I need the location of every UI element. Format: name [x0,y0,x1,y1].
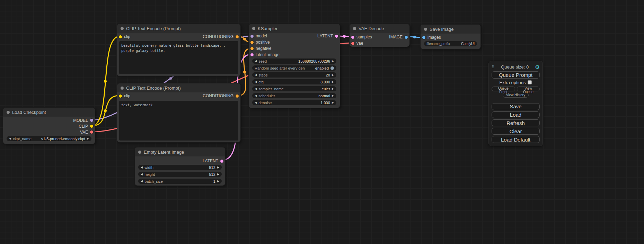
widget-filename-prefix[interactable]: filename_prefix ComfyUI [424,41,477,46]
input-port-images[interactable] [422,36,425,39]
increment-arrow-icon[interactable]: ▶ [217,166,219,169]
input-port-positive[interactable] [250,41,254,44]
node-vae-decode[interactable]: VAE Decode samples IMAGE vae [349,24,410,47]
load-button[interactable]: Load [492,111,540,118]
widget-scheduler[interactable]: ◀ scheduler normal ▶ [252,93,336,98]
input-port-model[interactable] [250,35,254,38]
node-clip-text-encode-positive[interactable]: CLIP Text Encode (Prompt) clip CONDITION… [117,24,241,76]
queue-prompt-button[interactable]: Queue Prompt [492,71,540,79]
prompt-text-area[interactable]: beautiful scenery nature glass bottle la… [119,41,238,74]
node-title-bar[interactable]: CLIP Text Encode (Prompt) [117,24,240,33]
node-clip-text-encode-negative[interactable]: CLIP Text Encode (Prompt) clip CONDITION… [117,83,241,143]
toggle-knob-icon[interactable] [330,66,334,70]
widget-height[interactable]: ◀ height 512 ▶ [138,172,222,177]
queue-front-button[interactable]: Queue Front [492,87,515,91]
widget-ckpt-name[interactable]: ◀ ckpt_name v1-5-pruned-emaonly.ckpt ▶ [7,136,91,141]
node-title-bar[interactable]: Save Image [421,25,480,34]
decrement-arrow-icon[interactable]: ◀ [141,173,143,176]
widget-name: filename_prefix [426,42,450,46]
widget-denoise[interactable]: ◀ denoise 1.000 ▶ [252,100,336,105]
refresh-button[interactable]: Refresh [492,119,540,126]
increment-arrow-icon[interactable]: ▶ [332,101,334,104]
node-title-bar[interactable]: KSampler [249,24,340,33]
input-port-vae[interactable] [351,42,354,45]
node-title-bar[interactable]: CLIP Text Encode (Prompt) [117,83,240,92]
load-default-button[interactable]: Load Default [492,136,540,143]
output-port-conditioning[interactable] [236,94,239,98]
widget-seed[interactable]: ◀ seed 156680208700286 ▶ [252,58,336,64]
decrement-arrow-icon[interactable]: ◀ [141,180,143,183]
input-port-clip[interactable] [119,94,122,98]
wire-midpoint-dot [243,38,246,40]
decrement-arrow-icon[interactable]: ◀ [9,137,11,140]
view-history-button[interactable]: View History [503,93,529,98]
output-label-clip: CLIP [79,124,88,129]
clear-button[interactable]: Clear [492,128,540,135]
decrement-arrow-icon[interactable]: ◀ [255,60,257,63]
widget-random-seed-toggle[interactable]: Random seed after every gen enabled [252,65,336,71]
output-port-model[interactable] [90,119,93,122]
increment-arrow-icon[interactable]: ▶ [332,94,334,97]
widget-name: ckpt_name [13,137,32,141]
collapse-dot-icon[interactable] [252,27,255,30]
node-canvas[interactable]: Load Checkpoint MODEL CLIP VAE [0,0,644,244]
node-title-bar[interactable]: Load Checkpoint [3,108,95,117]
node-title-bar[interactable]: Empty Latent Image [135,147,225,156]
widget-value: ComfyUI [461,42,475,46]
output-port-clip[interactable] [90,125,93,128]
collapse-dot-icon[interactable] [121,87,124,90]
node-save-image[interactable]: Save Image images filename_prefix ComfyU… [420,24,481,49]
input-port-clip[interactable] [119,35,122,38]
increment-arrow-icon[interactable]: ▶ [332,87,334,90]
view-queue-button[interactable]: View Queue [517,87,540,91]
collapse-dot-icon[interactable] [121,27,124,30]
collapse-dot-icon[interactable] [7,111,10,114]
collapse-dot-icon[interactable] [138,151,141,154]
increment-arrow-icon[interactable]: ▶ [332,80,334,83]
widget-name: steps [258,73,267,77]
widget-value: 156680208700286 [298,59,330,63]
node-title-bar[interactable]: VAE Decode [350,24,409,33]
extra-options-checkbox[interactable] [528,80,532,84]
increment-arrow-icon[interactable]: ▶ [217,173,219,176]
node-ksampler[interactable]: KSampler model LATENT positive [248,24,340,108]
output-port-latent[interactable] [335,35,338,38]
drag-handle-icon[interactable]: ⠿ [492,65,495,70]
node-title: CLIP Text Encode (Prompt) [126,85,181,91]
widget-steps[interactable]: ◀ steps 20 ▶ [252,72,336,78]
input-port-samples[interactable] [351,36,354,39]
decrement-arrow-icon[interactable]: ◀ [255,80,257,83]
input-label-model: model [256,34,267,38]
widget-cfg[interactable]: ◀ cfg 8.000 ▶ [252,79,336,84]
decrement-arrow-icon[interactable]: ◀ [255,94,257,97]
increment-arrow-icon[interactable]: ▶ [87,137,89,140]
save-button[interactable]: Save [492,103,540,110]
increment-arrow-icon[interactable]: ▶ [217,180,219,183]
widget-name: cfg [258,80,264,84]
collapse-dot-icon[interactable] [353,27,356,30]
widget-width[interactable]: ◀ width 512 ▶ [138,165,222,170]
increment-arrow-icon[interactable]: ▶ [332,73,334,76]
settings-gear-icon[interactable]: ⚙ [535,64,540,70]
collapse-dot-icon[interactable] [424,28,427,31]
decrement-arrow-icon[interactable]: ◀ [255,101,257,104]
slot-row: images [421,34,480,40]
decrement-arrow-icon[interactable]: ◀ [141,166,143,169]
widget-value: 1.000 [320,101,330,105]
prompt-text-area[interactable]: text, watermark [119,101,238,141]
node-empty-latent-image[interactable]: Empty Latent Image LATENT ◀ width 512 ▶ … [134,147,226,186]
input-port-negative[interactable] [250,47,254,50]
node-load-checkpoint[interactable]: Load Checkpoint MODEL CLIP VAE [3,107,95,144]
increment-arrow-icon[interactable]: ▶ [332,60,334,63]
decrement-arrow-icon[interactable]: ◀ [255,73,257,76]
output-label-latent: LATENT [317,34,333,38]
output-port-latent[interactable] [220,160,223,163]
decrement-arrow-icon[interactable]: ◀ [255,87,257,90]
widget-batch-size[interactable]: ◀ batch_size 1 ▶ [138,179,222,184]
input-label-vae: vae [356,41,363,46]
output-port-vae[interactable] [90,130,93,134]
widget-sampler-name[interactable]: ◀ sampler_name euler ▶ [252,86,336,91]
output-port-image[interactable] [405,36,408,39]
output-port-conditioning[interactable] [236,35,239,38]
input-port-latent-image[interactable] [250,53,254,56]
